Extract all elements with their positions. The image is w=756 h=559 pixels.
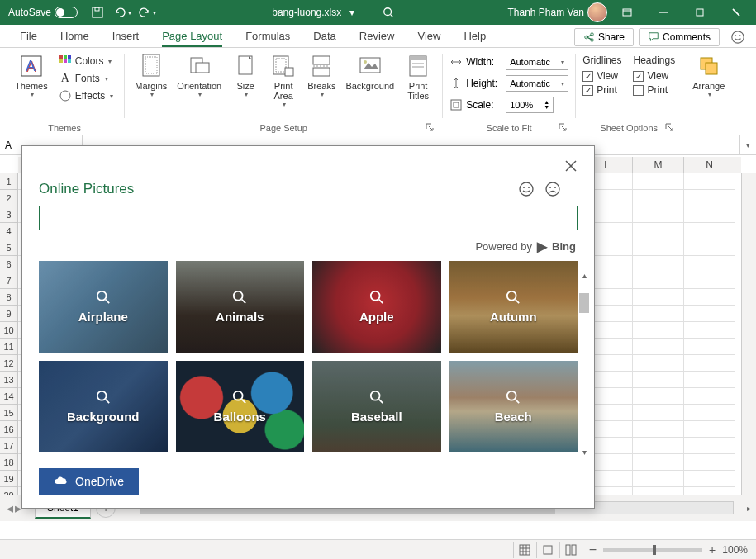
fonts-button[interactable]: AFonts▾ <box>55 70 117 87</box>
scale-dialog-launcher[interactable] <box>559 123 568 133</box>
row-header[interactable]: 2 <box>0 190 17 206</box>
vertical-scrollbar[interactable] <box>741 173 756 505</box>
share-button[interactable]: Share <box>574 28 634 46</box>
ribbon-display-button[interactable] <box>611 0 644 25</box>
undo-button[interactable]: ▾ <box>111 2 134 22</box>
row-header[interactable]: 8 <box>0 289 17 306</box>
size-button[interactable]: Size▾ <box>228 51 263 100</box>
print-area-button[interactable]: Print Area▾ <box>266 51 301 110</box>
gridlines-print-checkbox[interactable]: ✓Print <box>582 84 621 96</box>
row-header[interactable]: 1 <box>0 173 17 190</box>
cell[interactable] <box>633 355 684 372</box>
zoom-level[interactable]: 100% <box>722 544 748 556</box>
autosave-toggle[interactable]: AutoSave <box>8 7 78 18</box>
cell[interactable] <box>633 239 684 256</box>
feedback-happy-icon[interactable] <box>518 181 535 197</box>
category-tile-animals[interactable]: Animals <box>176 261 305 353</box>
cell[interactable] <box>684 454 735 471</box>
cell[interactable] <box>684 272 735 289</box>
scale-input[interactable]: 100%▲▼ <box>506 97 554 113</box>
cell[interactable] <box>684 306 735 322</box>
cell[interactable] <box>633 206 684 223</box>
search-box[interactable] <box>39 206 578 230</box>
page-setup-dialog-launcher[interactable] <box>426 123 435 133</box>
cell[interactable] <box>684 388 735 405</box>
feedback-icon[interactable] <box>728 27 748 47</box>
scroll-up-icon[interactable]: ▴ <box>578 268 591 282</box>
cell[interactable] <box>684 405 735 421</box>
category-tile-airplane[interactable]: Airplane <box>39 261 168 353</box>
cell[interactable] <box>633 322 684 339</box>
minimize-button[interactable] <box>647 0 680 25</box>
row-header[interactable]: 5 <box>0 239 17 256</box>
cell[interactable] <box>633 421 684 438</box>
zoom-in-button[interactable]: + <box>709 543 716 557</box>
cell[interactable] <box>633 289 684 306</box>
scroll-down-icon[interactable]: ▾ <box>578 445 591 458</box>
width-select[interactable]: Automatic▾ <box>506 54 568 70</box>
cell[interactable] <box>633 272 684 289</box>
row-header[interactable]: 17 <box>0 438 17 454</box>
headings-view-checkbox[interactable]: ✓View <box>633 70 675 82</box>
cell[interactable] <box>633 306 684 322</box>
tab-review[interactable]: Review <box>348 26 407 47</box>
category-tile-background[interactable]: Background <box>39 361 168 452</box>
height-select[interactable]: Automatic▾ <box>506 75 568 92</box>
row-header[interactable]: 3 <box>0 206 17 223</box>
cell[interactable] <box>684 372 735 388</box>
orientation-button[interactable]: Orientation▾ <box>174 51 225 100</box>
cell[interactable] <box>684 339 735 355</box>
search-input[interactable] <box>46 210 570 226</box>
tab-help[interactable]: Help <box>452 26 497 47</box>
row-header[interactable]: 16 <box>0 421 17 438</box>
cell[interactable] <box>633 454 684 471</box>
breaks-button[interactable]: Breaks▾ <box>304 51 339 100</box>
page-break-view-button[interactable] <box>559 542 582 558</box>
row-header[interactable]: 10 <box>0 322 17 339</box>
row-header[interactable]: 13 <box>0 372 17 388</box>
zoom-slider[interactable] <box>603 548 702 552</box>
row-header[interactable]: 18 <box>0 454 17 471</box>
headings-print-checkbox[interactable]: Print <box>633 84 675 96</box>
row-header[interactable]: 9 <box>0 306 17 322</box>
row-header[interactable]: 4 <box>0 223 17 239</box>
zoom-out-button[interactable]: − <box>589 542 597 557</box>
cell[interactable] <box>684 355 735 372</box>
cell[interactable] <box>633 388 684 405</box>
gridlines-view-checkbox[interactable]: ✓View <box>582 70 621 82</box>
cell[interactable] <box>684 438 735 454</box>
cell[interactable] <box>633 173 684 190</box>
cell[interactable] <box>633 339 684 355</box>
category-tile-beach[interactable]: Beach <box>449 361 578 452</box>
cell[interactable] <box>633 438 684 454</box>
row-header[interactable]: 15 <box>0 405 17 421</box>
row-header[interactable]: 11 <box>0 339 17 355</box>
row-header[interactable]: 19 <box>0 471 17 487</box>
cell[interactable] <box>684 223 735 239</box>
cell[interactable] <box>633 471 684 487</box>
category-tile-balloons[interactable]: Balloons <box>176 361 305 452</box>
tab-file[interactable]: File <box>8 26 49 47</box>
page-layout-view-button[interactable] <box>536 542 559 558</box>
cell[interactable] <box>684 289 735 306</box>
row-header[interactable]: 12 <box>0 355 17 372</box>
avatar[interactable] <box>587 2 607 22</box>
margins-button[interactable]: Margins▾ <box>131 51 170 100</box>
save-button[interactable] <box>86 2 109 22</box>
cell[interactable] <box>684 256 735 272</box>
effects-button[interactable]: Effects▾ <box>55 88 117 104</box>
cell[interactable] <box>684 190 735 206</box>
tab-home[interactable]: Home <box>49 26 101 47</box>
cell[interactable] <box>684 421 735 438</box>
dialog-close-button[interactable] <box>561 156 581 176</box>
category-tile-autumn[interactable]: Autumn <box>449 261 578 353</box>
cell[interactable] <box>633 223 684 239</box>
colors-button[interactable]: Colors▾ <box>55 53 117 69</box>
comments-button[interactable]: Comments <box>639 28 720 46</box>
feedback-sad-icon[interactable] <box>544 181 561 197</box>
cell[interactable] <box>633 190 684 206</box>
row-header[interactable]: 7 <box>0 272 17 289</box>
cell[interactable] <box>633 405 684 421</box>
sheet-options-dialog-launcher[interactable] <box>665 123 675 133</box>
cell[interactable] <box>684 471 735 487</box>
